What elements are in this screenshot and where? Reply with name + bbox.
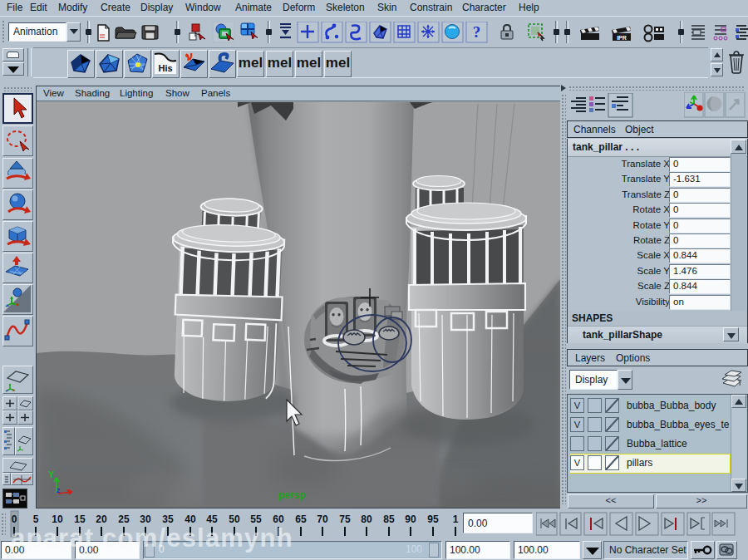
svg-text:persp: persp <box>278 489 306 501</box>
svg-text:95: 95 <box>427 513 439 525</box>
svg-text:His: His <box>158 63 172 73</box>
svg-text:80: 80 <box>361 513 372 525</box>
svg-text:1: 1 <box>453 513 459 525</box>
svg-text:z: z <box>57 486 61 494</box>
svg-text:90: 90 <box>405 513 416 525</box>
svg-text:IPR: IPR <box>617 35 627 41</box>
svg-text:?: ? <box>473 23 481 41</box>
svg-text:85: 85 <box>383 513 395 525</box>
svg-text:x: x <box>66 487 71 495</box>
svg-text:Y: Y <box>48 469 55 479</box>
